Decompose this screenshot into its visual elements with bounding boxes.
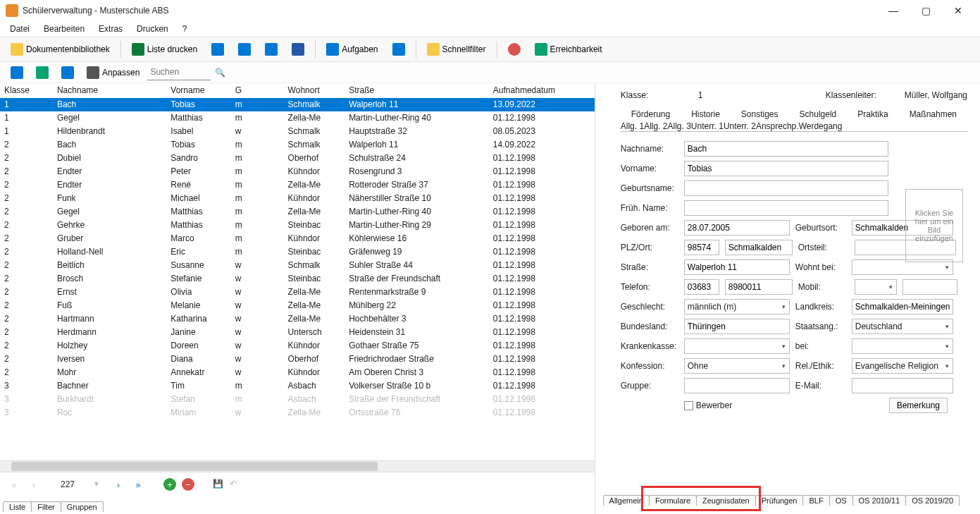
tool-clock[interactable]: [503, 40, 526, 59]
tab-allg1[interactable]: Allg. 1: [621, 121, 644, 131]
input-tel1[interactable]: [684, 279, 719, 295]
tool-export1[interactable]: [206, 40, 229, 59]
save-icon[interactable]: 💾: [213, 479, 224, 490]
settings-button[interactable]: Anpassen: [82, 63, 144, 82]
table-row[interactable]: 2DubielSandromOberhofSchulstraße 2401.12…: [0, 152, 595, 165]
col-nachname[interactable]: Nachname: [53, 83, 166, 98]
tab-zeugnisdaten[interactable]: Zeugnisdaten: [696, 495, 756, 506]
add-button[interactable]: +: [163, 478, 176, 491]
input-ort[interactable]: [725, 240, 793, 255]
col-wohnort[interactable]: Wohnort: [284, 83, 345, 98]
tab-unterr1[interactable]: Unterr. 1: [691, 121, 724, 131]
table-row[interactable]: 2MohrAnnekatrwKühndorAm Oberen Christ 30…: [0, 366, 595, 379]
undo-icon[interactable]: ↶: [230, 479, 241, 490]
table-row[interactable]: 2BachTobiasmSchmalkWalperloh 1114.09.202…: [0, 138, 595, 152]
menu-help[interactable]: ?: [175, 23, 194, 35]
input-mobil2[interactable]: [903, 279, 957, 295]
table-row[interactable]: 2EndterRenémZella-MeRotteroder Straße 37…: [0, 178, 595, 192]
input-gruppe[interactable]: [684, 378, 790, 393]
tool-grid[interactable]: [387, 40, 410, 59]
erreichbarkeit-button[interactable]: Erreichbarkeit: [530, 40, 607, 59]
tree-button[interactable]: [6, 63, 28, 82]
tab-os[interactable]: OS: [829, 495, 853, 506]
table-row[interactable]: 2BeitlichSusannewSchmalkSuhler Straße 44…: [0, 259, 595, 272]
bewerber-checkbox[interactable]: Bewerber: [684, 400, 732, 410]
select-geschlecht[interactable]: männlich (m)▾: [684, 299, 790, 314]
aufgaben-button[interactable]: Aufgaben: [321, 40, 383, 59]
table-row[interactable]: 2HartmannKatharinawZella-MeHochbehälter …: [0, 312, 595, 326]
minimize-button[interactable]: —: [877, 0, 910, 21]
first-button[interactable]: «: [7, 477, 21, 491]
dokumentenbibliothek-button[interactable]: Dokumentenbibliothek: [6, 40, 115, 59]
table-row[interactable]: 2Holland-NellEricmSteinbacGräfenweg 1901…: [0, 245, 595, 259]
tab-ansprechp[interactable]: Ansprechp.: [756, 121, 799, 131]
tab-filter[interactable]: Filter: [31, 501, 61, 512]
input-plz[interactable]: [684, 240, 719, 255]
tab-historie[interactable]: Historie: [681, 106, 731, 121]
tab-praktika[interactable]: Praktika: [847, 106, 898, 121]
col-klasse[interactable]: Klasse: [0, 83, 53, 98]
table-row[interactable]: 2EndterPetermKühndorRosengrund 301.12.19…: [0, 165, 595, 178]
tab-foerderung[interactable]: Förderung: [621, 106, 681, 121]
prev-button[interactable]: ‹: [27, 477, 41, 491]
swap-button[interactable]: [56, 63, 79, 82]
input-nachname[interactable]: [684, 141, 888, 157]
tab-sonstiges[interactable]: Sonstiges: [731, 106, 789, 121]
table-row[interactable]: 2HolzheyDoreenwKühndorGothaer Straße 750…: [0, 339, 595, 353]
maximize-button[interactable]: ▢: [910, 0, 942, 21]
input-email[interactable]: [852, 378, 953, 393]
table-row[interactable]: 2HerdmannJaninewUnterschHeidenstein 3101…: [0, 326, 595, 339]
tab-allg2[interactable]: Allg. 2: [644, 121, 667, 131]
search-input[interactable]: [147, 65, 211, 80]
table-row[interactable]: 3BurkhardtStefanmAsbachStraße der Freund…: [0, 393, 595, 406]
table-row[interactable]: 1BachTobiasmSchmalkWalperloh 1113.09.202…: [0, 98, 595, 111]
horizontal-scrollbar[interactable]: [0, 460, 595, 472]
table-header[interactable]: Klasse Nachname Vorname G Wohnort Straße…: [0, 83, 595, 98]
table-row[interactable]: 2FunkMichaelmKühndorNäherstiller Straße …: [0, 192, 595, 205]
menu-drucken[interactable]: Drucken: [130, 23, 175, 35]
menu-datei[interactable]: Datei: [3, 23, 37, 35]
table-row[interactable]: 2IversenDianawOberhofFriedrichrodaer Str…: [0, 353, 595, 366]
tab-gruppen[interactable]: Gruppen: [61, 501, 104, 512]
input-geburtsname[interactable]: [684, 180, 888, 196]
input-tel2[interactable]: [725, 279, 793, 295]
tab-blf[interactable]: BLF: [802, 495, 829, 506]
select-staatsang[interactable]: Deutschland▾: [852, 319, 953, 334]
select-mobil1[interactable]: ▾: [855, 279, 897, 295]
input-bundesland[interactable]: [684, 319, 790, 334]
tool-export2[interactable]: [233, 40, 256, 59]
student-table[interactable]: Klasse Nachname Vorname G Wohnort Straße…: [0, 83, 595, 420]
last-button[interactable]: »: [131, 477, 145, 491]
col-strasse[interactable]: Straße: [345, 83, 489, 98]
schnellfilter-button[interactable]: Schnellfilter: [422, 40, 491, 59]
bemerkung-button[interactable]: Bemerkung: [889, 398, 948, 413]
col-vorname[interactable]: Vorname: [166, 83, 230, 98]
table-row[interactable]: 1GegelMatthiasmZella-MeMartin-Luther-Rin…: [0, 111, 595, 125]
select-konfession[interactable]: Ohne▾: [684, 358, 790, 374]
table-row[interactable]: 2GruberMarcomKühndorKöhlerwiese 1601.12.…: [0, 232, 595, 245]
tool-word[interactable]: [287, 40, 309, 59]
menu-extras[interactable]: Extras: [92, 23, 130, 35]
tab-allgemein[interactable]: Allgemein: [603, 495, 650, 506]
col-aufnahme[interactable]: Aufnahmedatum: [489, 83, 595, 98]
select-relethik[interactable]: Evangelische Religion▾: [852, 358, 953, 374]
input-landkreis[interactable]: [852, 299, 953, 314]
table-row[interactable]: 2BroschStefaniewSteinbacStraße der Freun…: [0, 272, 595, 286]
table-row[interactable]: 2ErnstOliviawZella-MeRentenmarkstraße 90…: [0, 286, 595, 299]
tab-formulare[interactable]: Formulare: [649, 495, 697, 506]
input-vorname[interactable]: [684, 161, 888, 176]
tab-schulgeld[interactable]: Schulgeld: [789, 106, 848, 121]
tool-export3[interactable]: [260, 40, 283, 59]
next-button[interactable]: ›: [111, 477, 125, 491]
table-row[interactable]: 2GegelMatthiasmZella-MeMartin-Luther-Rin…: [0, 205, 595, 219]
select-bei[interactable]: ▾: [852, 338, 953, 354]
tab-os201011[interactable]: OS 2010/11: [852, 495, 907, 506]
tab-os201920[interactable]: OS 2019/20: [905, 495, 960, 506]
input-strasse[interactable]: [684, 259, 790, 275]
funnel-icon[interactable]: ▾: [94, 479, 106, 490]
search-icon[interactable]: 🔍: [215, 68, 225, 78]
col-g[interactable]: G: [231, 83, 284, 98]
close-button[interactable]: ✕: [942, 0, 974, 21]
table-row[interactable]: 1HildenbrandtIsabelwSchmalkHauptstraße 3…: [0, 125, 595, 138]
tab-pruefungen[interactable]: Prüfungen: [755, 495, 804, 506]
